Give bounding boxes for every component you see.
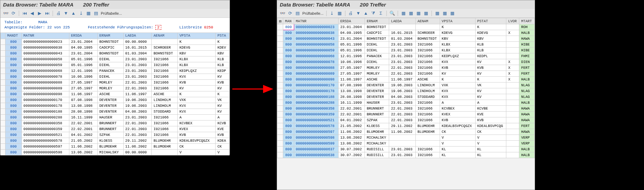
table-row[interactable]: 80000000000000000002323.01.2004BOHNSTEDT…	[277, 24, 535, 30]
column-header[interactable]: ▤	[277, 18, 283, 24]
table-row[interactable]: 80000000000000000028816.11.1999HAUSER23.…	[277, 100, 535, 106]
row-selector[interactable]	[1, 91, 5, 97]
column-header[interactable]: MATNR	[294, 18, 338, 24]
column-header[interactable]	[1, 33, 5, 39]
row-selector[interactable]	[277, 94, 283, 100]
table-row[interactable]: 80000000000000000017813.08.1998DEVENTER1…	[1, 103, 230, 109]
table-row[interactable]: 80000000000000000005905.01.1996DIEHL23.0…	[277, 48, 535, 53]
column-header[interactable]: ERNAM	[365, 18, 389, 24]
row-selector[interactable]	[277, 141, 283, 147]
column-header[interactable]: ERSDA	[69, 33, 97, 39]
table-row[interactable]: 80000000000000000004323.01.2004BOHNSTEDT…	[277, 36, 535, 42]
table-row[interactable]: 80000000000000000035922.02.2001BRUNNERT2…	[277, 112, 535, 117]
row-selector[interactable]	[277, 42, 283, 48]
row-selector[interactable]	[277, 152, 283, 158]
check-table-button[interactable]: Prüftabelle...	[101, 11, 122, 15]
row-selector[interactable]	[1, 45, 5, 50]
row-selector[interactable]	[277, 129, 283, 135]
row-selector[interactable]	[277, 59, 283, 65]
table-row[interactable]: 80000000000000000009811.06.1997ASCHE11.0…	[1, 91, 230, 97]
row-selector[interactable]	[277, 100, 283, 106]
row-selector[interactable]	[277, 71, 283, 77]
sum-icon[interactable]: Σ	[378, 11, 384, 16]
save-layout-icon[interactable]: ▦	[450, 11, 455, 16]
column-header[interactable]: VPSTA	[178, 33, 216, 39]
last-icon[interactable]: ⏭	[44, 11, 50, 16]
sort-asc-icon[interactable]: ▼	[63, 11, 69, 16]
sort-desc-icon[interactable]: ▲	[363, 11, 369, 16]
column-header[interactable]: VPSTA	[440, 18, 475, 24]
row-selector[interactable]	[277, 77, 283, 83]
row-selector[interactable]	[277, 65, 283, 71]
table-row[interactable]: 80000000000000000003804.09.1995CADCPIC16…	[277, 30, 535, 36]
table-row[interactable]: 80000000000000000063830.07.2002RUDISILL2…	[277, 152, 535, 158]
table-row[interactable]: 80000000000000000005905.01.1996DIEHL23.0…	[1, 62, 230, 68]
row-selector[interactable]	[277, 147, 283, 152]
row-selector[interactable]	[1, 62, 5, 68]
column-header[interactable]: ERSDA	[338, 18, 365, 24]
print-icon[interactable]: 🖨	[348, 11, 354, 16]
layout-icon[interactable]: ▦	[86, 11, 91, 16]
table-row[interactable]: 80000000000000000009811.06.1997ASCHE11.0…	[277, 77, 535, 83]
table-row[interactable]: 80000000000000000007810.06.1996DIEHL23.0…	[277, 59, 535, 65]
column-header[interactable]: AENAM	[152, 33, 178, 39]
column-header[interactable]: PSTAT	[475, 18, 506, 24]
refresh-icon[interactable]: ⟳	[11, 11, 16, 16]
table-row[interactable]: 80000000000000000059813.06.2002MICHALSKY…	[277, 135, 535, 141]
row-selector[interactable]	[277, 83, 283, 88]
row-selector[interactable]	[277, 135, 283, 141]
row-selector[interactable]	[1, 56, 5, 62]
table-row[interactable]: 80000000000000000052104.01.2002SZPAK22.0…	[277, 117, 535, 123]
table-row[interactable]: 80000000000000000017007.08.1998DEVENTER1…	[277, 83, 535, 88]
table-row[interactable]: 80000000000000000018828.08.1998DEVENTER0…	[1, 109, 230, 114]
select-all-icon[interactable]: ▤	[279, 19, 281, 23]
filter-icon[interactable]: ⧩	[371, 11, 376, 16]
column-header[interactable]: LAEDA	[389, 18, 416, 24]
local-file-icon[interactable]: ▦	[416, 11, 421, 16]
column-header[interactable]: MATNR	[22, 33, 69, 39]
table-row[interactable]: 80000000000000000003804.09.1995CADCPIC16…	[1, 45, 230, 50]
export-icon[interactable]: ⤓	[78, 11, 84, 16]
refresh-icon[interactable]: ⟳	[287, 11, 293, 16]
table-row[interactable]: 80000000000000000028816.11.1999HAUSER23.…	[1, 114, 230, 120]
word-icon[interactable]: ▦	[408, 11, 414, 16]
table-row[interactable]: 80000000000000000035922.02.2001BRUNNERT2…	[1, 126, 230, 132]
row-selector[interactable]	[1, 97, 5, 103]
sort-desc-icon[interactable]: ▲	[71, 11, 76, 16]
glasses-icon[interactable]: 👓	[3, 11, 9, 16]
table-row[interactable]: 80000000000000000005805.01.1996DIEHL23.0…	[277, 42, 535, 48]
column-header[interactable]: MTART	[519, 18, 535, 24]
table-row[interactable]: 80000000000000000005805.01.1996DIEHL23.0…	[1, 56, 230, 62]
table-row[interactable]: 80000000000000000035822.02.2001BRUNNERT2…	[1, 120, 230, 126]
table-row[interactable]: 80000000000000000059711.06.2002BLUMOEHR1…	[277, 129, 535, 135]
table-row[interactable]: 80000000000000000002323.01.2004BOHNSTEDT…	[1, 39, 230, 45]
row-selector[interactable]	[1, 79, 5, 85]
table-row[interactable]: 80000000000000000006812.01.1996PANACEK23…	[277, 53, 535, 59]
check-table-icon[interactable]: ▤	[295, 11, 300, 16]
abc-icon[interactable]: ▦	[423, 11, 429, 16]
print-icon[interactable]: 🖨	[56, 11, 61, 16]
excel-icon[interactable]: ▦	[401, 11, 406, 16]
table-row[interactable]: 80000000000000000004323.01.2004BOHNSTEDT…	[1, 50, 230, 56]
table-row[interactable]: 80000000000000000007810.06.1996DIEHL23.0…	[1, 74, 230, 79]
table-row[interactable]: 80000000000000000052104.01.2002SZPAK22.0…	[1, 132, 230, 138]
table-row[interactable]: 80000000000000000059711.06.2002BLUMOEHR1…	[1, 143, 230, 149]
table-row[interactable]: 80000000000000000017813.08.1998DEVENTER1…	[277, 88, 535, 94]
column-header[interactable]: MAN	[283, 18, 294, 24]
column-header[interactable]: MANDT	[5, 33, 22, 39]
row-selector[interactable]	[277, 36, 283, 42]
table-row[interactable]: 80000000000000000008927.05.1997MORLEY22.…	[1, 85, 230, 91]
table-row[interactable]: 80000000000000000018828.08.1998DEVENTER0…	[277, 94, 535, 100]
data-grid-left[interactable]: MANDTMATNRERSDAERNAMLAEDAAENAMVPSTAPSTA8…	[0, 33, 230, 155]
check-table-icon[interactable]: ▤	[93, 11, 99, 16]
row-selector[interactable]	[1, 68, 5, 74]
change-layout-icon[interactable]: ▦	[442, 11, 448, 16]
row-selector[interactable]	[277, 106, 283, 112]
row-selector[interactable]	[277, 30, 283, 36]
select-layout-icon[interactable]: ▦	[435, 11, 440, 16]
row-selector[interactable]	[1, 143, 5, 149]
table-row[interactable]: 80000000000000000008927.05.1997MORLEY22.…	[277, 71, 535, 77]
find-icon[interactable]: 🔍	[389, 11, 395, 16]
row-selector[interactable]	[1, 50, 5, 56]
spalten-value[interactable]: 2	[155, 25, 161, 30]
